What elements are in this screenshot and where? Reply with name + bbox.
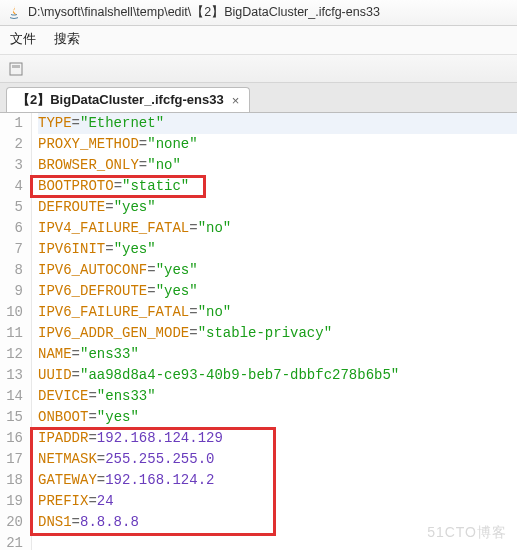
code-line[interactable]: ONBOOT="yes" [38, 407, 517, 428]
line-number: 3 [0, 155, 23, 176]
equals-sign: = [97, 451, 105, 467]
code-line[interactable]: IPV6_AUTOCONF="yes" [38, 260, 517, 281]
line-number: 10 [0, 302, 23, 323]
line-number: 21 [0, 533, 23, 550]
equals-sign: = [147, 262, 155, 278]
line-number: 6 [0, 218, 23, 239]
config-key: DNS1 [38, 514, 72, 530]
config-key: DEFROUTE [38, 199, 105, 215]
code-line[interactable] [38, 533, 517, 550]
menu-search[interactable]: 搜索 [54, 30, 80, 48]
code-line[interactable]: GATEWAY=192.168.124.2 [38, 470, 517, 491]
svg-rect-1 [12, 65, 20, 68]
code-line[interactable]: IPV6_ADDR_GEN_MODE="stable-privacy" [38, 323, 517, 344]
equals-sign: = [139, 157, 147, 173]
config-key: IPV4_FAILURE_FATAL [38, 220, 189, 236]
menu-bar: 文件 搜索 [0, 26, 517, 55]
line-number: 20 [0, 512, 23, 533]
config-value: "no" [147, 157, 181, 173]
line-number: 12 [0, 344, 23, 365]
equals-sign: = [189, 325, 197, 341]
code-line[interactable]: TYPE="Ethernet" [38, 113, 517, 134]
line-number: 5 [0, 197, 23, 218]
config-value: 255.255.255.0 [105, 451, 214, 467]
code-line[interactable]: IPV6_FAILURE_FATAL="no" [38, 302, 517, 323]
config-key: PROXY_METHOD [38, 136, 139, 152]
config-value: "ens33" [97, 388, 156, 404]
code-line[interactable]: NAME="ens33" [38, 344, 517, 365]
equals-sign: = [72, 346, 80, 362]
config-value: "Ethernet" [80, 115, 164, 131]
line-number: 8 [0, 260, 23, 281]
config-value: "yes" [114, 199, 156, 215]
window-titlebar: D:\mysoft\finalshell\temp\edit\【2】BigDat… [0, 0, 517, 26]
code-line[interactable]: IPV4_FAILURE_FATAL="no" [38, 218, 517, 239]
tab-active[interactable]: 【2】BigDataCluster_.ifcfg-ens33 × [6, 87, 250, 112]
equals-sign: = [72, 115, 80, 131]
code-line[interactable]: DEVICE="ens33" [38, 386, 517, 407]
config-value: "yes" [156, 262, 198, 278]
equals-sign: = [139, 136, 147, 152]
code-line[interactable]: IPADDR=192.168.124.129 [38, 428, 517, 449]
config-value: "yes" [156, 283, 198, 299]
config-value: "static" [122, 178, 189, 194]
java-app-icon [6, 5, 22, 21]
menu-file[interactable]: 文件 [10, 30, 36, 48]
toolbar-icon [9, 62, 23, 76]
config-key: TYPE [38, 115, 72, 131]
svg-rect-0 [10, 63, 22, 75]
config-key: IPV6INIT [38, 241, 105, 257]
code-line[interactable]: UUID="aa98d8a4-ce93-40b9-beb7-dbbfc278b6… [38, 365, 517, 386]
window-title: D:\mysoft\finalshell\temp\edit\【2】BigDat… [28, 4, 380, 21]
code-line[interactable]: NETMASK=255.255.255.0 [38, 449, 517, 470]
equals-sign: = [72, 367, 80, 383]
config-value: "none" [147, 136, 197, 152]
code-line[interactable]: IPV6INIT="yes" [38, 239, 517, 260]
config-value: 24 [97, 493, 114, 509]
equals-sign: = [189, 220, 197, 236]
line-number: 4 [0, 176, 23, 197]
config-key: IPV6_ADDR_GEN_MODE [38, 325, 189, 341]
code-line[interactable]: PREFIX=24 [38, 491, 517, 512]
code-line[interactable]: PROXY_METHOD="none" [38, 134, 517, 155]
equals-sign: = [105, 199, 113, 215]
code-editor[interactable]: 123456789101112131415161718192021 TYPE="… [0, 113, 517, 550]
line-number-gutter: 123456789101112131415161718192021 [0, 113, 32, 550]
config-key: BROWSER_ONLY [38, 157, 139, 173]
line-number: 2 [0, 134, 23, 155]
config-value: "yes" [97, 409, 139, 425]
code-line[interactable]: BROWSER_ONLY="no" [38, 155, 517, 176]
code-line[interactable]: IPV6_DEFROUTE="yes" [38, 281, 517, 302]
config-value: "aa98d8a4-ce93-40b9-beb7-dbbfc278b6b5" [80, 367, 399, 383]
config-value: "ens33" [80, 346, 139, 362]
equals-sign: = [88, 493, 96, 509]
config-key: NETMASK [38, 451, 97, 467]
config-key: IPADDR [38, 430, 88, 446]
config-value: 8.8.8.8 [80, 514, 139, 530]
equals-sign: = [105, 241, 113, 257]
equals-sign: = [189, 304, 197, 320]
code-area[interactable]: TYPE="Ethernet"PROXY_METHOD="none"BROWSE… [32, 113, 517, 550]
config-key: UUID [38, 367, 72, 383]
code-line[interactable]: DNS1=8.8.8.8 [38, 512, 517, 533]
line-number: 9 [0, 281, 23, 302]
toolbar-button[interactable] [6, 59, 26, 79]
config-key: GATEWAY [38, 472, 97, 488]
equals-sign: = [88, 409, 96, 425]
equals-sign: = [147, 283, 155, 299]
tab-close-icon[interactable]: × [232, 93, 240, 108]
line-number: 7 [0, 239, 23, 260]
config-value: 192.168.124.2 [105, 472, 214, 488]
config-value: 192.168.124.129 [97, 430, 223, 446]
line-number: 18 [0, 470, 23, 491]
config-key: ONBOOT [38, 409, 88, 425]
line-number: 14 [0, 386, 23, 407]
config-value: "yes" [114, 241, 156, 257]
equals-sign: = [97, 472, 105, 488]
line-number: 16 [0, 428, 23, 449]
config-value: "no" [198, 220, 232, 236]
line-number: 19 [0, 491, 23, 512]
tab-label: 【2】BigDataCluster_.ifcfg-ens33 [17, 91, 224, 109]
code-line[interactable]: BOOTPROTO="static" [38, 176, 517, 197]
code-line[interactable]: DEFROUTE="yes" [38, 197, 517, 218]
